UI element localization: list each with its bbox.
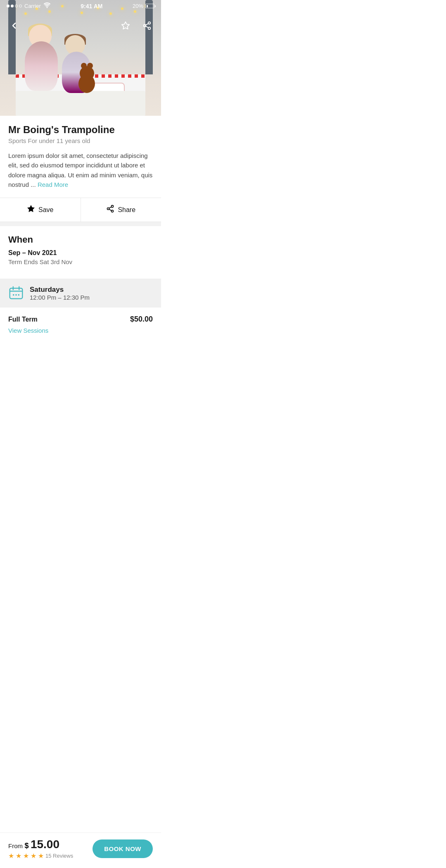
svg-rect-12: [10, 288, 23, 298]
svg-point-18: [18, 294, 20, 296]
svg-point-17: [15, 294, 17, 296]
main-content: Mr Boing's Trampoline Sports For under 1…: [0, 116, 161, 189]
calendar-icon: [8, 285, 24, 301]
svg-line-10: [109, 209, 112, 210]
signal-dots: [7, 5, 22, 7]
read-more-link[interactable]: Read More: [38, 181, 68, 188]
signal-dot-2: [11, 5, 14, 7]
venue-subtitle: Sports For under 11 years old: [8, 137, 153, 144]
bed-post-left: [8, 0, 16, 74]
schedule-card: Saturdays 12:00 Pm – 12:30 Pm: [0, 279, 161, 308]
term-end: Term Ends Sat 3rd Nov: [8, 258, 153, 265]
signal-dot-3: [15, 5, 18, 7]
when-title: When: [8, 234, 153, 245]
share-action-icon: [106, 205, 114, 215]
save-star-icon: [27, 205, 35, 215]
svg-line-11: [109, 207, 112, 208]
pricing-section: Full Term $50.00 View Sessions: [0, 308, 161, 367]
blanket: [16, 91, 145, 116]
save-label: Save: [38, 206, 53, 214]
signal-dot-4: [19, 5, 22, 7]
bed-post-right: [145, 0, 153, 74]
share-label: Share: [118, 206, 135, 214]
hero-image: [0, 0, 161, 116]
when-section: When Sep – Nov 2021 Term Ends Sat 3rd No…: [0, 226, 161, 272]
venue-description: Lorem ipsum dolor sit amet, consectetur …: [8, 151, 153, 189]
status-left: Carrier: [7, 2, 51, 10]
status-time: 9:41 AM: [81, 3, 102, 10]
back-button[interactable]: [7, 18, 21, 33]
pricing-label: Full Term: [8, 316, 38, 323]
battery-icon: [145, 4, 154, 8]
schedule-day: Saturdays: [30, 286, 90, 294]
signal-dot-1: [7, 5, 9, 7]
share-button[interactable]: [140, 18, 154, 33]
status-right: 20%: [133, 3, 154, 9]
pricing-row: Full Term $50.00: [8, 315, 153, 324]
wifi-icon: [43, 2, 51, 10]
svg-marker-6: [28, 205, 35, 212]
status-bar: Carrier 9:41 AM 20%: [0, 0, 161, 11]
action-bar: Save Share: [0, 198, 161, 222]
date-range: Sep – Nov 2021: [8, 249, 153, 257]
save-button[interactable]: [118, 18, 133, 33]
svg-marker-0: [122, 22, 129, 29]
save-action-button[interactable]: Save: [0, 198, 81, 222]
teddy-bear: [76, 66, 99, 93]
share-action-button[interactable]: Share: [81, 198, 161, 222]
battery-percentage: 20%: [133, 3, 143, 9]
schedule-info: Saturdays 12:00 Pm – 12:30 Pm: [30, 286, 90, 301]
svg-line-4: [146, 26, 148, 28]
pricing-amount: $50.00: [130, 315, 153, 324]
svg-point-16: [13, 294, 14, 296]
venue-title: Mr Boing's Trampoline: [8, 124, 153, 136]
svg-line-5: [146, 24, 148, 25]
section-divider-1: [0, 222, 161, 226]
schedule-time: 12:00 Pm – 12:30 Pm: [30, 294, 90, 301]
view-sessions-link[interactable]: View Sessions: [8, 327, 48, 334]
carrier-label: Carrier: [24, 3, 41, 9]
nav-actions: [118, 18, 154, 33]
